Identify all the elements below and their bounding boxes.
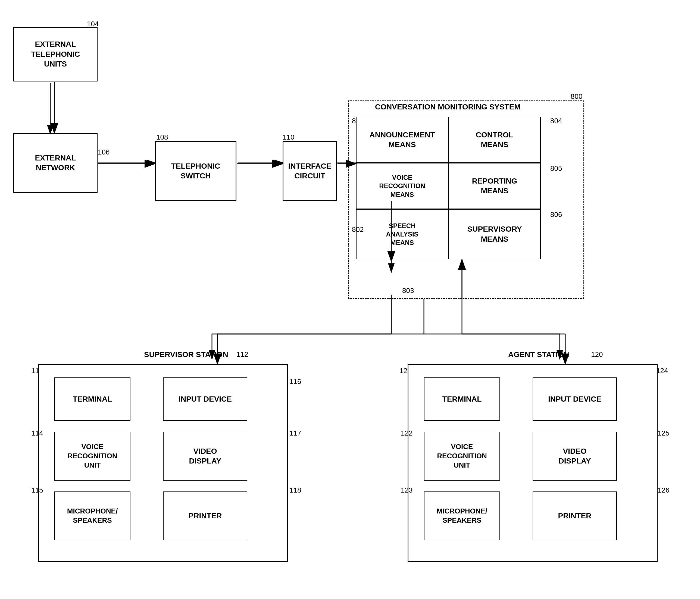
- agent-station-label: AGENT STATION: [508, 350, 569, 359]
- ref-122: 122: [401, 429, 412, 438]
- ref-125: 125: [658, 429, 669, 438]
- telephonic-switch-box: TELEPHONICSWITCH: [155, 141, 236, 201]
- ref-106: 106: [98, 148, 109, 156]
- sup-video-display-box: VIDEODISPLAY: [163, 432, 247, 480]
- voice-recognition-means-box: VOICERECOGNITIONMEANS: [356, 163, 448, 209]
- cms-title: CONVERSATION MONITORING SYSTEM: [375, 103, 521, 111]
- external-network-box: EXTERNALNETWORK: [13, 133, 98, 193]
- ref-117: 117: [290, 429, 301, 438]
- ref-123: 123: [401, 486, 412, 494]
- agent-microphone-box: MICROPHONE/SPEAKERS: [424, 492, 500, 540]
- ref-116: 116: [290, 377, 301, 386]
- ref-802: 802: [352, 225, 364, 234]
- control-means-box: CONTROLMEANS: [448, 117, 541, 163]
- agent-voice-recognition-box: VOICERECOGNITIONUNIT: [424, 432, 500, 480]
- supervisor-station-label: SUPERVISOR STATION: [144, 350, 228, 359]
- ref-114: 114: [31, 429, 43, 438]
- ref-124: 124: [656, 367, 668, 375]
- ref-126: 126: [658, 486, 669, 494]
- sup-printer-box: PRINTER: [163, 492, 247, 540]
- sup-microphone-box: MICROPHONE/SPEAKERS: [54, 492, 130, 540]
- ref-804: 804: [550, 117, 562, 125]
- sup-voice-recognition-box: VOICERECOGNITIONUNIT: [54, 432, 130, 480]
- sup-input-device-box: INPUT DEVICE: [163, 377, 247, 421]
- supervisory-means-box: SUPERVISORYMEANS: [448, 209, 541, 259]
- agent-video-display-box: VIDEODISPLAY: [533, 432, 617, 480]
- diagram: 104 EXTERNALTELEPHONICUNITS 106 EXTERNAL…: [0, 0, 700, 599]
- ref-115: 115: [31, 486, 43, 494]
- speech-analysis-means-box: SPEECHANALYSISMEANS: [356, 209, 448, 259]
- ref-800: 800: [571, 92, 582, 101]
- sup-terminal-box: TERMINAL: [54, 377, 130, 421]
- ref-112: 112: [236, 350, 248, 359]
- agent-terminal-box: TERMINAL: [424, 377, 500, 421]
- external-telephonic-units-box: EXTERNALTELEPHONICUNITS: [13, 27, 98, 81]
- agent-input-device-box: INPUT DEVICE: [533, 377, 617, 421]
- ref-805: 805: [550, 164, 562, 173]
- ref-803: 803: [402, 286, 414, 295]
- agent-printer-box: PRINTER: [533, 492, 617, 540]
- interface-circuit-box: INTERFACECIRCUIT: [283, 141, 337, 201]
- ref-120: 120: [591, 350, 603, 359]
- ref-806: 806: [550, 210, 562, 219]
- ref-108: 108: [156, 133, 168, 141]
- ref-118: 118: [290, 486, 301, 494]
- announcement-means-box: ANNOUNCEMENTMEANS: [356, 117, 448, 163]
- reporting-means-box: REPORTINGMEANS: [448, 163, 541, 209]
- ref-110: 110: [283, 133, 294, 141]
